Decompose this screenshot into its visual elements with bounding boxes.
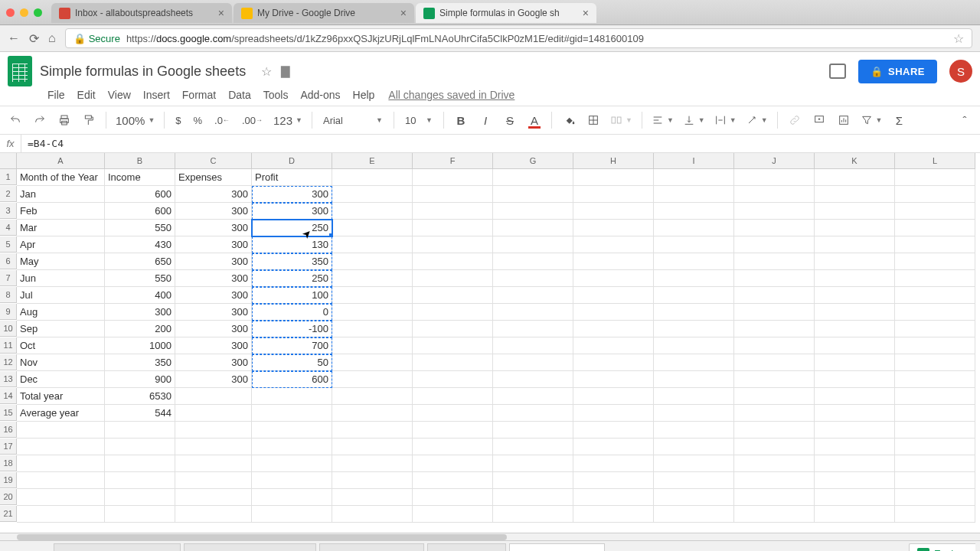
cell[interactable] [332, 304, 413, 321]
cell[interactable]: 300 [175, 287, 252, 304]
cell[interactable] [413, 472, 493, 489]
cell[interactable] [573, 186, 654, 203]
insert-chart-button[interactable] [833, 109, 854, 131]
horizontal-scrollbar[interactable] [0, 533, 980, 540]
cell[interactable] [895, 220, 975, 236]
cell[interactable] [573, 455, 654, 472]
cell[interactable] [573, 439, 654, 455]
cell[interactable] [654, 321, 734, 337]
save-status[interactable]: All changes saved in Drive [388, 89, 514, 101]
menu-insert[interactable]: Insert [137, 86, 176, 104]
document-title[interactable]: Simple formulas in Google sheets [40, 64, 246, 80]
cell[interactable] [493, 489, 573, 506]
cell[interactable] [413, 169, 493, 186]
cell[interactable] [573, 506, 654, 523]
cell[interactable] [734, 220, 815, 236]
cell[interactable] [895, 253, 975, 270]
cell[interactable]: Apr [17, 236, 105, 253]
cell[interactable] [175, 506, 252, 523]
row-header[interactable]: 17 [0, 439, 17, 455]
cell[interactable]: 300 [175, 203, 252, 220]
cell[interactable] [105, 506, 175, 523]
cell[interactable] [332, 422, 413, 439]
cell[interactable] [895, 439, 975, 455]
cell[interactable] [252, 506, 332, 523]
cell[interactable] [332, 354, 413, 371]
cell[interactable]: 300 [175, 220, 252, 236]
cell[interactable]: Sep [17, 321, 105, 337]
cell[interactable] [413, 422, 493, 439]
cell[interactable] [895, 321, 975, 337]
cell[interactable] [654, 169, 734, 186]
cell[interactable] [895, 388, 975, 405]
cell[interactable]: 0 [252, 304, 332, 321]
cell[interactable]: Expenses [175, 169, 252, 186]
cell[interactable] [573, 337, 654, 354]
row-header[interactable]: 3 [0, 203, 17, 219]
cell[interactable] [413, 455, 493, 472]
cell[interactable] [493, 304, 573, 321]
zoom-select[interactable]: 100%▼ [113, 109, 158, 131]
cell[interactable] [413, 186, 493, 203]
cell[interactable] [332, 321, 413, 337]
cell[interactable] [654, 253, 734, 270]
cell[interactable] [332, 337, 413, 354]
cell[interactable] [895, 236, 975, 253]
row-header[interactable]: 14 [0, 388, 17, 404]
bold-button[interactable]: B [450, 109, 472, 131]
cell[interactable]: Aug [17, 304, 105, 321]
cell[interactable] [573, 371, 654, 388]
move-folder-icon[interactable]: ▇ [281, 64, 290, 78]
cell[interactable] [815, 422, 895, 439]
close-window-icon[interactable] [6, 8, 15, 17]
cell[interactable] [815, 337, 895, 354]
cell[interactable]: Income [105, 169, 175, 186]
row-header[interactable]: 16 [0, 422, 17, 438]
cell[interactable] [895, 472, 975, 489]
row-header[interactable]: 19 [0, 472, 17, 488]
cell[interactable] [252, 388, 332, 405]
cell[interactable]: 250 [252, 220, 332, 236]
cell[interactable] [413, 489, 493, 506]
cell[interactable] [252, 405, 332, 422]
cell[interactable] [654, 422, 734, 439]
row-header[interactable]: 8 [0, 287, 17, 303]
cell[interactable] [413, 354, 493, 371]
text-rotation-button[interactable]: ▼ [743, 109, 771, 131]
cell[interactable] [573, 405, 654, 422]
row-header[interactable]: 4 [0, 220, 17, 236]
row-header[interactable]: 15 [0, 405, 17, 421]
cell[interactable] [17, 472, 105, 489]
cell[interactable] [815, 287, 895, 304]
cell[interactable]: 300 [175, 337, 252, 354]
cell[interactable] [493, 405, 573, 422]
font-size-select[interactable]: 10▼ [400, 115, 437, 126]
cell[interactable] [413, 337, 493, 354]
cell[interactable] [493, 169, 573, 186]
row-header[interactable]: 5 [0, 236, 17, 253]
cell[interactable] [573, 354, 654, 371]
cell[interactable]: 550 [105, 220, 175, 236]
cell[interactable] [493, 203, 573, 220]
cell[interactable] [175, 388, 252, 405]
cell[interactable]: 600 [105, 186, 175, 203]
cell[interactable]: 350 [252, 253, 332, 270]
cell[interactable] [734, 371, 815, 388]
cell[interactable] [734, 337, 815, 354]
cell[interactable] [815, 455, 895, 472]
cell[interactable] [815, 439, 895, 455]
cell[interactable]: 600 [105, 203, 175, 220]
cell[interactable] [175, 489, 252, 506]
column-header[interactable]: G [493, 153, 573, 169]
cell[interactable] [413, 236, 493, 253]
increase-decimal-button[interactable]: .00→ [237, 109, 267, 131]
home-button[interactable]: ⌂ [48, 31, 56, 45]
cell[interactable]: Dec [17, 371, 105, 388]
explore-button[interactable]: Explore [909, 543, 975, 552]
cell[interactable] [573, 220, 654, 236]
bookmark-star-icon[interactable]: ☆ [953, 31, 964, 46]
cell[interactable] [573, 253, 654, 270]
cell[interactable] [332, 405, 413, 422]
cell[interactable]: -100 [252, 321, 332, 337]
cell[interactable] [105, 439, 175, 455]
